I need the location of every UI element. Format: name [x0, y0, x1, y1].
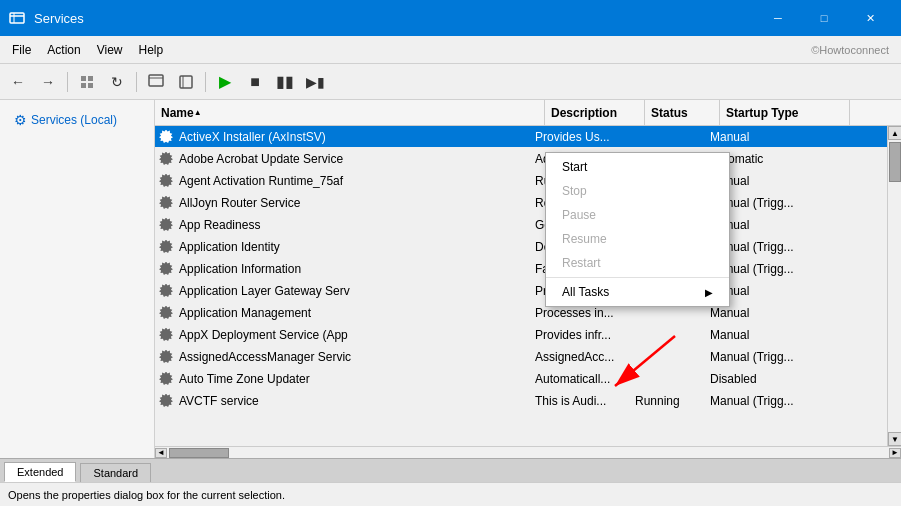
- minimize-button[interactable]: ─: [755, 0, 801, 36]
- col-header-status[interactable]: Status: [645, 100, 720, 125]
- service-gear-icon: [157, 194, 175, 212]
- toolbar-play[interactable]: ▶: [211, 69, 239, 95]
- context-menu-item-stop: Stop: [546, 179, 729, 203]
- column-headers: Name Description Status Startup Type: [155, 100, 901, 126]
- vertical-scrollbar[interactable]: ▲ ▼: [887, 126, 901, 446]
- toolbar-export[interactable]: [142, 69, 170, 95]
- service-gear-icon: [157, 238, 175, 256]
- svg-rect-4: [88, 76, 93, 81]
- context-menu-item-pause: Pause: [546, 203, 729, 227]
- list-scroll-container: ActiveX Installer (AxInstSV) Provides Us…: [155, 126, 901, 446]
- menu-view[interactable]: View: [89, 39, 131, 61]
- service-name: Application Information: [175, 262, 535, 276]
- context-menu-item-all-tasks[interactable]: All Tasks▶: [546, 280, 729, 304]
- context-menu: StartStopPauseResumeRestartAll Tasks▶: [545, 152, 730, 307]
- service-name: Application Identity: [175, 240, 535, 254]
- tab-standard[interactable]: Standard: [80, 463, 151, 482]
- toolbar-sep-3: [205, 72, 206, 92]
- svg-rect-6: [88, 83, 93, 88]
- service-row[interactable]: Auto Time Zone Updater Automaticall... D…: [155, 368, 887, 390]
- context-menu-item-restart: Restart: [546, 251, 729, 275]
- service-name: Agent Activation Runtime_75af: [175, 174, 535, 188]
- menu-action[interactable]: Action: [39, 39, 88, 61]
- watermark: ©Howtoconnect: [811, 44, 897, 56]
- col-header-startup[interactable]: Startup Type: [720, 100, 850, 125]
- service-row[interactable]: Application Identity Determines ... Manu…: [155, 236, 887, 258]
- scroll-right-arrow[interactable]: ►: [889, 448, 901, 458]
- scroll-up-arrow[interactable]: ▲: [888, 126, 901, 140]
- svg-rect-9: [180, 76, 192, 88]
- toolbar-pause[interactable]: ▮▮: [271, 69, 299, 95]
- service-name: AVCTF service: [175, 394, 535, 408]
- service-row[interactable]: Application Management Processes in... M…: [155, 302, 887, 324]
- menu-file[interactable]: File: [4, 39, 39, 61]
- context-menu-item-start[interactable]: Start: [546, 155, 729, 179]
- tabs-bar: Extended Standard: [0, 458, 901, 482]
- service-startup-type: Manual: [710, 328, 840, 342]
- toolbar-back[interactable]: ←: [4, 69, 32, 95]
- service-description: Automaticall...: [535, 372, 635, 386]
- service-name: ActiveX Installer (AxInstSV): [175, 130, 535, 144]
- menu-help[interactable]: Help: [131, 39, 172, 61]
- service-gear-icon: [157, 326, 175, 344]
- scroll-left-arrow[interactable]: ◄: [155, 448, 167, 458]
- service-row[interactable]: AllJoyn Router Service Routes AllJo... M…: [155, 192, 887, 214]
- service-description: Provides Us...: [535, 130, 635, 144]
- tab-extended[interactable]: Extended: [4, 462, 76, 482]
- service-startup-type: Manual: [710, 306, 840, 320]
- svg-rect-5: [81, 83, 86, 88]
- window-title: Services: [34, 11, 755, 26]
- service-gear-icon: [157, 150, 175, 168]
- service-row[interactable]: AVCTF service This is Audi... Running Ma…: [155, 390, 887, 412]
- service-gear-icon: [157, 370, 175, 388]
- service-gear-icon: [157, 172, 175, 190]
- ctx-item-label: All Tasks: [562, 285, 609, 299]
- gear-icon-small: ⚙: [14, 112, 27, 128]
- left-panel-services-local[interactable]: ⚙ Services (Local): [8, 108, 146, 132]
- window-controls: ─ □ ✕: [755, 0, 893, 36]
- service-status: Running: [635, 394, 710, 408]
- service-name: Auto Time Zone Updater: [175, 372, 535, 386]
- close-button[interactable]: ✕: [847, 0, 893, 36]
- service-description: AssignedAcc...: [535, 350, 635, 364]
- toolbar: ← → ↻ ▶ ■ ▮▮ ▶▮: [0, 64, 901, 100]
- toolbar-step[interactable]: ▶▮: [301, 69, 329, 95]
- service-row[interactable]: Application Layer Gateway Serv Provides …: [155, 280, 887, 302]
- ctx-item-label: Stop: [562, 184, 587, 198]
- service-description: Processes in...: [535, 306, 635, 320]
- context-menu-separator: [546, 277, 729, 278]
- svg-rect-7: [149, 75, 163, 86]
- horizontal-scrollbar[interactable]: ◄ ►: [155, 446, 901, 458]
- service-row[interactable]: AssignedAccessManager Servic AssignedAcc…: [155, 346, 887, 368]
- service-name: AssignedAccessManager Servic: [175, 350, 535, 364]
- service-row[interactable]: Adobe Acrobat Update Service Adobe Acro.…: [155, 148, 887, 170]
- service-gear-icon: [157, 128, 175, 146]
- service-row[interactable]: Agent Activation Runtime_75af Runtime fo…: [155, 170, 887, 192]
- services-list[interactable]: ActiveX Installer (AxInstSV) Provides Us…: [155, 126, 887, 446]
- col-header-name[interactable]: Name: [155, 100, 545, 125]
- left-panel-label: Services (Local): [31, 113, 117, 127]
- service-row[interactable]: ActiveX Installer (AxInstSV) Provides Us…: [155, 126, 887, 148]
- svg-rect-0: [10, 13, 24, 23]
- toolbar-refresh[interactable]: ↻: [103, 69, 131, 95]
- status-bar: Opens the properties dialog box for the …: [0, 482, 901, 506]
- toolbar-import[interactable]: [172, 69, 200, 95]
- maximize-button[interactable]: □: [801, 0, 847, 36]
- scroll-down-arrow[interactable]: ▼: [888, 432, 901, 446]
- service-description: This is Audi...: [535, 394, 635, 408]
- ctx-item-label: Resume: [562, 232, 607, 246]
- service-row[interactable]: Application Information Facilitates th..…: [155, 258, 887, 280]
- title-bar: Services ─ □ ✕: [0, 0, 901, 36]
- service-name: Application Layer Gateway Serv: [175, 284, 535, 298]
- scroll-thumb[interactable]: [889, 142, 901, 182]
- service-gear-icon: [157, 282, 175, 300]
- ctx-item-label: Start: [562, 160, 587, 174]
- col-header-description[interactable]: Description: [545, 100, 645, 125]
- service-row[interactable]: App Readiness Gets apps re... Manual: [155, 214, 887, 236]
- toolbar-forward[interactable]: →: [34, 69, 62, 95]
- service-row[interactable]: AppX Deployment Service (App Provides in…: [155, 324, 887, 346]
- service-name: AllJoyn Router Service: [175, 196, 535, 210]
- toolbar-stop[interactable]: ■: [241, 69, 269, 95]
- ctx-item-label: Restart: [562, 256, 601, 270]
- toolbar-up[interactable]: [73, 69, 101, 95]
